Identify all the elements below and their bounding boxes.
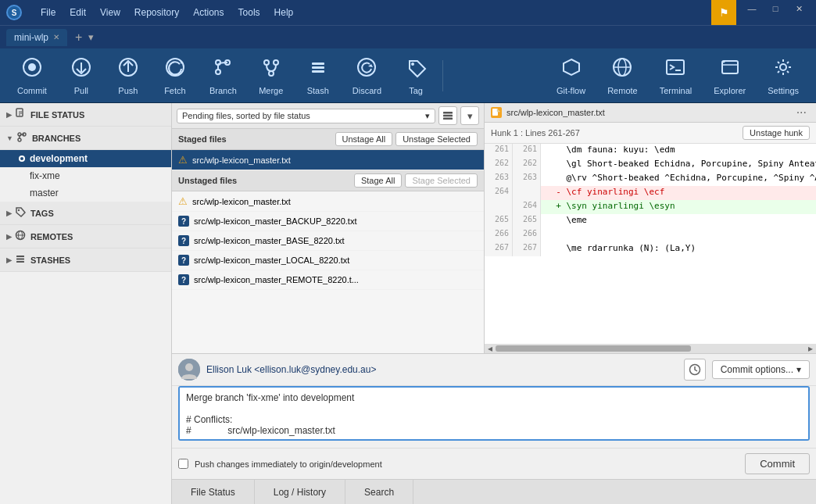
svg-point-17 <box>411 63 414 66</box>
branch-master-label: master <box>30 188 59 198</box>
menu-file[interactable]: File <box>34 4 62 21</box>
filter-dropdown-icon: ▾ <box>425 111 430 121</box>
tab-close-icon[interactable]: ✕ <box>53 33 59 41</box>
svg-rect-24 <box>722 61 738 73</box>
toolbar-gitflow-button[interactable]: Git-flow <box>546 52 596 100</box>
toolbar-stash-button[interactable]: Stash <box>295 52 342 100</box>
diff-line-num-left-5: 265 <box>485 214 513 228</box>
diff-line-num-left-6: 266 <box>485 228 513 242</box>
branch-item-master[interactable]: master <box>0 184 171 202</box>
tab-search[interactable]: Search <box>345 480 413 504</box>
unstaged-file-name-0: src/wlp-lexicon_master.txt <box>192 197 478 206</box>
menu-repository[interactable]: Repository <box>128 4 185 21</box>
toolbar-pull-button[interactable]: Pull <box>58 52 105 100</box>
tab-dropdown-button[interactable]: ▾ <box>88 31 94 43</box>
file-status-icon <box>15 108 26 121</box>
commit-options-button[interactable]: Commit options... ▾ <box>712 360 810 379</box>
flag-icon: ⚑ <box>719 6 729 19</box>
diff-line-num-left-1: 262 <box>485 158 513 172</box>
toolbar-tag-button[interactable]: Tag <box>392 52 439 100</box>
remotes-label: REMOTES <box>30 232 73 241</box>
diff-more-button[interactable]: ··· <box>793 106 810 119</box>
unstaged-file-item-4[interactable]: ? src/wlp-lexicon_master_REMOTE_8220.t..… <box>172 270 484 290</box>
menu-actions[interactable]: Actions <box>187 4 230 21</box>
toolbar-explorer-button[interactable]: Explorer <box>703 52 757 100</box>
diff-line-6: 266 266 <box>485 228 816 242</box>
svg-marker-18 <box>564 59 579 75</box>
toolbar-discard-button[interactable]: Discard <box>342 52 392 100</box>
right-arrow-icon[interactable]: ▸ <box>808 343 813 353</box>
unstaged-section: Unstaged files Stage All Stage Selected … <box>172 170 484 353</box>
close-button[interactable]: ✕ <box>788 0 810 17</box>
toolbar-push-button[interactable]: Push <box>105 52 152 100</box>
tab-log-history[interactable]: Log / History <box>255 480 345 504</box>
toolbar-merge-button[interactable]: Merge <box>248 52 295 100</box>
unstage-hunk-button[interactable]: Unstage hunk <box>743 126 810 140</box>
branch-item-fix-xme[interactable]: fix-xme <box>0 167 171 184</box>
push-checkbox[interactable] <box>178 459 188 469</box>
diff-line-num-right-0: 261 <box>513 144 541 158</box>
new-tab-button[interactable]: + <box>72 30 85 45</box>
staged-buttons: Unstage All Unstage Selected <box>335 132 478 146</box>
stash-label: Stash <box>307 86 329 95</box>
sidebar-header-tags[interactable]: ▶ TAGS <box>0 202 171 225</box>
left-arrow-icon[interactable]: ◂ <box>488 343 492 353</box>
sidebar-header-branches[interactable]: ▼ BRANCHES <box>0 127 171 150</box>
stage-selected-button[interactable]: Stage Selected <box>405 173 478 188</box>
commit-history-button[interactable] <box>684 359 706 381</box>
commit-message-input[interactable]: Merge branch 'fix-xme' into development … <box>178 386 810 441</box>
toolbar-terminal-button[interactable]: Terminal <box>649 52 703 100</box>
menu-tools[interactable]: Tools <box>232 4 267 21</box>
commit-button[interactable]: Commit <box>745 453 810 474</box>
menu-help[interactable]: Help <box>268 4 300 21</box>
svg-rect-34 <box>16 256 24 257</box>
menu-view[interactable]: View <box>94 4 127 21</box>
toolbar-remote-button[interactable]: Remote <box>596 52 649 100</box>
sidebar-header-stashes[interactable]: ▶ STASHES <box>0 248 171 272</box>
diff-scrollbar-x[interactable]: ◂ ▸ <box>485 344 816 353</box>
diff-scroll-thumb[interactable] <box>496 345 691 352</box>
toolbar-branch-button[interactable]: Branch <box>199 52 248 100</box>
tag-icon <box>405 56 427 83</box>
filter-options-button[interactable]: ▾ <box>460 106 479 125</box>
svg-rect-13 <box>312 63 324 65</box>
staged-file-item[interactable]: ⚠ src/wlp-lexicon_master.txt <box>172 150 484 170</box>
branch-icon <box>212 56 234 83</box>
diff-line-num-right-4: 264 <box>513 200 541 214</box>
view-options-button[interactable] <box>438 106 457 125</box>
svg-rect-14 <box>312 66 324 69</box>
flag-button[interactable]: ⚑ <box>711 0 736 25</box>
stage-all-button[interactable]: Stage All <box>354 173 402 188</box>
tab-file-status[interactable]: File Status <box>172 480 255 504</box>
settings-icon <box>772 56 794 83</box>
commit-icon <box>21 56 43 83</box>
toolbar-commit-button[interactable]: Commit <box>6 52 58 100</box>
unstage-all-button[interactable]: Unstage All <box>335 132 393 146</box>
maximize-button[interactable]: □ <box>764 0 786 17</box>
tab-label: mini-wlp <box>14 32 48 43</box>
toolbar-separator <box>442 60 443 91</box>
diff-line-content-7: \me rdarrunka (N): (La,Y) <box>541 242 816 256</box>
unstage-selected-button[interactable]: Unstage Selected <box>395 132 478 146</box>
sidebar-section-file-status: ▶ FILE STATUS <box>0 103 171 127</box>
diff-file-icon <box>491 107 502 118</box>
menu-edit[interactable]: Edit <box>63 4 92 21</box>
unstaged-file-item-2[interactable]: ? src/wlp-lexicon_master_BASE_8220.txt <box>172 231 484 251</box>
tab-mini-wlp[interactable]: mini-wlp ✕ <box>6 29 67 46</box>
unstaged-file-item-0[interactable]: ⚠ src/wlp-lexicon_master.txt <box>172 191 484 212</box>
diff-panel: src/wlp-lexicon_master.txt ··· Hunk 1 : … <box>485 103 816 353</box>
filter-dropdown[interactable]: Pending files, sorted by file status ▾ <box>177 109 435 123</box>
diff-line-3: 264 - \cf yinarlingi \ecf <box>485 186 816 200</box>
sidebar-header-remotes[interactable]: ▶ REMOTES <box>0 225 171 248</box>
toolbar-settings-button[interactable]: Settings <box>757 52 810 100</box>
remotes-icon <box>15 230 26 243</box>
unstaged-file-item-3[interactable]: ? src/wlp-lexicon_master_LOCAL_8220.txt <box>172 251 484 270</box>
toolbar-fetch-button[interactable]: Fetch <box>152 52 199 100</box>
sidebar-header-file-status[interactable]: ▶ FILE STATUS <box>0 103 171 127</box>
unstaged-file-item-1[interactable]: ? src/wlp-lexicon_master_BACKUP_8220.txt <box>172 212 484 231</box>
branch-item-development[interactable]: development <box>0 150 171 167</box>
pull-icon <box>70 56 92 83</box>
minimize-button[interactable]: — <box>741 0 763 17</box>
diff-line-7: 267 267 \me rdarrunka (N): (La,Y) <box>485 242 816 256</box>
diff-line-content-2: @\rv ^Short-beaked ^Echidna, Porcupine, … <box>541 172 816 186</box>
